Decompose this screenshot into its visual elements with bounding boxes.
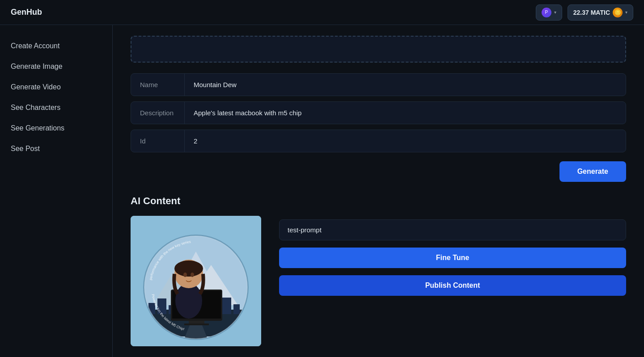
- sidebar-item-see-post[interactable]: See Post: [0, 139, 112, 159]
- svg-point-22: [183, 273, 187, 277]
- ai-controls: Fine Tune Publish Content: [279, 216, 626, 296]
- id-label: Id: [131, 130, 185, 152]
- sidebar-item-generate-image[interactable]: Generate Image: [0, 56, 112, 77]
- sidebar-item-see-generations[interactable]: See Generations: [0, 118, 112, 139]
- upload-area[interactable]: [131, 36, 626, 63]
- wallet-chevron-icon: ▾: [554, 10, 556, 15]
- sidebar-item-create-account[interactable]: Create Account: [0, 36, 112, 56]
- svg-rect-13: [222, 298, 231, 314]
- name-row: Name Mountain Dew: [131, 73, 626, 96]
- main-layout: Create Account Generate Image Generate V…: [0, 25, 644, 357]
- matic-button[interactable]: 22.37 MATIC 🪙 ▾: [568, 4, 633, 21]
- wallet-icon: P: [542, 8, 551, 17]
- svg-rect-18: [184, 323, 209, 325]
- prompt-input[interactable]: [279, 219, 626, 240]
- matic-chevron-icon: ▾: [625, 10, 627, 15]
- description-label: Description: [131, 102, 185, 124]
- fine-tune-button[interactable]: Fine Tune: [279, 248, 626, 268]
- ai-section-title: AI Content: [131, 195, 626, 207]
- sidebar-item-generate-video[interactable]: Generate Video: [0, 77, 112, 97]
- sidebar: Create Account Generate Image Generate V…: [0, 25, 113, 357]
- header: GenHub P ▾ 22.37 MATIC 🪙 ▾: [0, 0, 644, 25]
- app-logo: GenHub: [11, 8, 42, 17]
- svg-point-21: [174, 260, 203, 277]
- description-row: Description Apple's latest macbook with …: [131, 101, 626, 124]
- header-right: P ▾ 22.37 MATIC 🪙 ▾: [536, 4, 633, 21]
- generate-row: Generate: [131, 161, 626, 182]
- id-row: Id 2: [131, 130, 626, 152]
- wallet-button[interactable]: P ▾: [536, 4, 562, 21]
- sidebar-item-see-characters[interactable]: See Characters: [0, 97, 112, 118]
- svg-rect-17: [189, 321, 204, 323]
- generate-button[interactable]: Generate: [559, 161, 626, 182]
- svg-rect-14: [233, 304, 240, 314]
- ai-content-area: performance with the new key series Powe…: [131, 216, 626, 346]
- main-content: Name Mountain Dew Description Apple's la…: [113, 25, 644, 357]
- id-value: 2: [185, 130, 626, 152]
- description-value: Apple's latest macbook with m5 chip: [185, 102, 626, 124]
- publish-content-button[interactable]: Publish Content: [279, 275, 626, 296]
- ai-generated-image: performance with the new key series Powe…: [131, 216, 261, 346]
- svg-point-23: [191, 273, 194, 277]
- name-label: Name: [131, 74, 185, 96]
- name-value: Mountain Dew: [185, 74, 626, 96]
- matic-coin-icon: 🪙: [613, 8, 623, 17]
- matic-value: 22.37 MATIC: [573, 9, 610, 16]
